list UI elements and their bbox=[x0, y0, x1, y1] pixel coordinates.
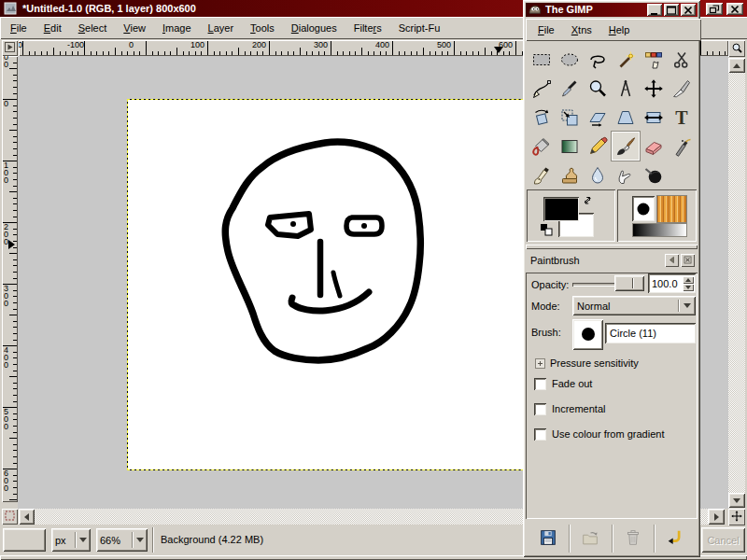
tool-ellipse-select[interactable] bbox=[556, 45, 584, 74]
tool-free-select[interactable] bbox=[584, 45, 612, 74]
cancel-button[interactable]: Cancel bbox=[701, 527, 745, 553]
menu-edit[interactable]: Edit bbox=[35, 21, 70, 35]
tool-move[interactable] bbox=[640, 74, 668, 103]
menu-help[interactable]: Help bbox=[600, 23, 639, 36]
toolbox-minimize-button[interactable] bbox=[647, 4, 662, 16]
reset-options-button[interactable] bbox=[654, 525, 696, 553]
zoom-select[interactable]: 66% bbox=[96, 528, 148, 552]
menu-layer[interactable]: Layer bbox=[200, 21, 243, 35]
menu-filters[interactable]: Filters bbox=[345, 21, 390, 35]
tool-perspective[interactable] bbox=[612, 103, 640, 132]
checkbox-incremental[interactable] bbox=[534, 403, 546, 415]
unit-select[interactable]: px bbox=[51, 528, 91, 552]
tool-scissors[interactable] bbox=[668, 45, 696, 74]
opacity-spin-down[interactable] bbox=[683, 284, 694, 291]
tool-clone[interactable] bbox=[556, 161, 584, 189]
pressure-sensitivity-expander-icon[interactable] bbox=[535, 358, 545, 371]
tool-convolve[interactable] bbox=[584, 161, 612, 189]
mode-select[interactable]: Normal bbox=[572, 296, 696, 315]
checkbox-use-colour-from-gradient[interactable] bbox=[534, 428, 546, 441]
tool-shear[interactable] bbox=[584, 103, 612, 132]
navigation-button[interactable] bbox=[728, 509, 745, 525]
toolbox-maximize-button[interactable] bbox=[664, 4, 679, 16]
delete-options-button[interactable] bbox=[612, 525, 654, 553]
h-scroll-left-button[interactable] bbox=[19, 509, 35, 525]
checkbox-fade-out[interactable] bbox=[534, 378, 546, 390]
toolbox-titlebar[interactable]: The GIMP bbox=[526, 3, 698, 17]
menu-script-fu[interactable]: Script-Fu bbox=[390, 21, 449, 35]
free-select-icon bbox=[586, 49, 609, 71]
gradient-indicator[interactable] bbox=[632, 223, 687, 237]
dock-close-button[interactable] bbox=[681, 254, 695, 267]
tool-rect-select[interactable] bbox=[528, 45, 556, 74]
tool-pencil[interactable] bbox=[584, 132, 612, 161]
tool-ink[interactable] bbox=[528, 161, 556, 189]
dock-action-buttons bbox=[528, 524, 696, 553]
tool-color-picker[interactable] bbox=[556, 74, 584, 103]
tool-crop[interactable] bbox=[668, 74, 696, 103]
tool-flip[interactable] bbox=[640, 103, 668, 132]
default-colors-icon[interactable] bbox=[540, 223, 553, 238]
menu-tools[interactable]: Tools bbox=[242, 21, 283, 35]
menu-dialogues[interactable]: Dialogues bbox=[283, 21, 345, 35]
revert-options-button[interactable] bbox=[569, 525, 611, 553]
zoom-icon bbox=[586, 77, 609, 100]
canvas-menu-button[interactable] bbox=[2, 40, 18, 56]
tool-smudge[interactable] bbox=[612, 161, 640, 189]
tool-eraser[interactable] bbox=[640, 132, 668, 161]
checkbox-label[interactable]: Fade out bbox=[552, 378, 592, 389]
opacity-spinbox[interactable]: 100.0 bbox=[648, 273, 696, 293]
menu-xtns[interactable]: Xtns bbox=[563, 23, 600, 36]
tool-scale[interactable] bbox=[556, 103, 584, 132]
dock-separator[interactable] bbox=[526, 245, 698, 249]
brush-name-field[interactable]: Circle (11) bbox=[605, 323, 696, 343]
quick-mask-toggle[interactable] bbox=[2, 509, 18, 525]
checkbox-label[interactable]: Incremental bbox=[552, 403, 605, 414]
swap-colors-icon[interactable] bbox=[582, 194, 594, 208]
tool-fuzzy-select[interactable] bbox=[612, 45, 640, 74]
v-scroll-down-button[interactable] bbox=[728, 493, 745, 508]
menu-view[interactable]: View bbox=[115, 21, 154, 35]
tool-measure[interactable] bbox=[612, 74, 640, 103]
window-close-button[interactable] bbox=[726, 3, 743, 15]
v-ruler[interactable]: - 1 0 001 0 02 0 03 0 04 0 05 0 06 0 0 bbox=[2, 56, 18, 502]
opacity-slider-trough[interactable] bbox=[572, 283, 615, 287]
toolbox-window: The GIMP FileXtnsHelp T P bbox=[523, 0, 700, 557]
window-restore-button[interactable] bbox=[706, 3, 723, 15]
menu-file[interactable]: File bbox=[2, 21, 35, 35]
dock-detach-button[interactable] bbox=[665, 254, 679, 267]
tool-airbrush[interactable] bbox=[668, 132, 696, 161]
checkbox-label[interactable]: Use colour from gradient bbox=[552, 428, 664, 440]
tool-blend[interactable] bbox=[556, 132, 584, 161]
tool-dodge-burn[interactable] bbox=[640, 161, 668, 189]
h-scroll-right-button[interactable] bbox=[708, 509, 725, 525]
toolbox-close-button[interactable] bbox=[681, 4, 696, 16]
pressure-sensitivity-label[interactable]: Pressure sensitivity bbox=[550, 357, 639, 369]
v-scroll-up-button[interactable] bbox=[728, 58, 745, 73]
zoom-follow-window-button[interactable] bbox=[728, 40, 745, 57]
mode-label: Mode: bbox=[531, 301, 560, 312]
menu-select[interactable]: Select bbox=[70, 21, 116, 35]
brush-indicator[interactable] bbox=[632, 196, 655, 221]
tool-select-by-color[interactable] bbox=[640, 45, 668, 74]
opacity-slider-handle[interactable] bbox=[614, 275, 644, 291]
save-options-button[interactable] bbox=[528, 525, 569, 553]
brush-preview-button[interactable] bbox=[572, 319, 603, 350]
v-scrollbar-track[interactable] bbox=[728, 73, 745, 493]
opacity-spin-up[interactable] bbox=[683, 276, 694, 284]
tool-rotate[interactable] bbox=[528, 103, 556, 132]
tool-paths[interactable] bbox=[528, 74, 556, 103]
shear-icon bbox=[586, 106, 609, 129]
menu-image[interactable]: Image bbox=[154, 21, 200, 35]
tool-bucket-fill[interactable] bbox=[528, 132, 556, 161]
tool-zoom[interactable] bbox=[584, 74, 612, 103]
toolbox-title: The GIMP bbox=[545, 4, 593, 15]
tool-text[interactable]: T bbox=[668, 103, 696, 132]
foreground-color-swatch[interactable] bbox=[543, 197, 579, 221]
checkbox-row: Use colour from gradient bbox=[534, 427, 693, 441]
tool-paintbrush[interactable] bbox=[612, 132, 640, 161]
color-area bbox=[527, 189, 615, 242]
gimp-screen: *Untitled-1.0 (RGB, 1 layer) 747x560 Fil… bbox=[0, 0, 747, 560]
pattern-indicator[interactable] bbox=[656, 195, 687, 223]
menu-file[interactable]: File bbox=[529, 23, 563, 36]
